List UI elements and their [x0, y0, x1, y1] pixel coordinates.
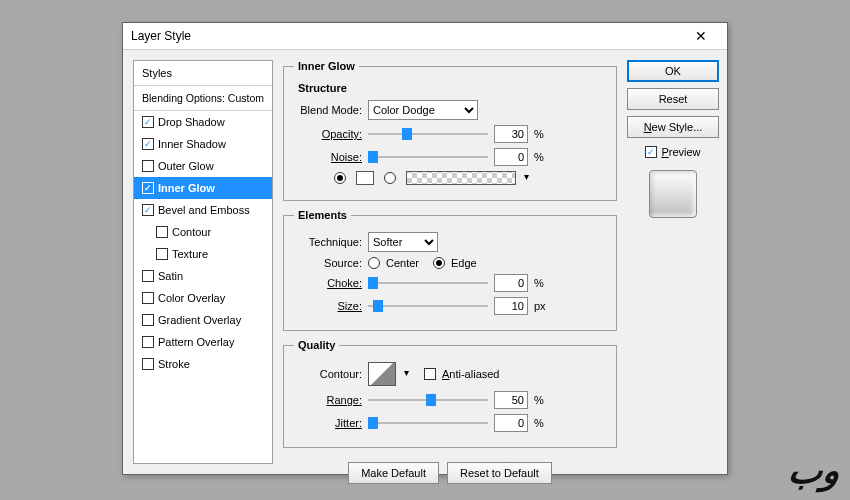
jitter-slider[interactable] [368, 416, 488, 430]
effect-label: Contour [172, 226, 211, 238]
effect-label: Color Overlay [158, 292, 225, 304]
close-button[interactable]: ✕ [683, 23, 719, 49]
effect-outer-glow[interactable]: Outer Glow [134, 155, 272, 177]
choke-input[interactable] [494, 274, 528, 292]
range-label[interactable]: Range: [294, 394, 362, 406]
size-label[interactable]: Size: [294, 300, 362, 312]
antialiased-checkbox[interactable] [424, 368, 436, 380]
effect-inner-shadow[interactable]: Inner Shadow [134, 133, 272, 155]
effect-satin[interactable]: Satin [134, 265, 272, 287]
effect-bevel-and-emboss[interactable]: Bevel and Emboss [134, 199, 272, 221]
effect-drop-shadow[interactable]: Drop Shadow [134, 111, 272, 133]
watermark-logo: وب [786, 450, 843, 492]
effect-label: Satin [158, 270, 183, 282]
layer-style-dialog: Layer Style ✕ Styles Blending Options: C… [122, 22, 728, 475]
quality-heading: Quality [294, 339, 339, 351]
effect-label: Stroke [158, 358, 190, 370]
effect-checkbox[interactable] [142, 138, 154, 150]
reset-default-button[interactable]: Reset to Default [447, 462, 552, 484]
opacity-label[interactable]: Opacity: [294, 128, 362, 140]
opacity-slider[interactable] [368, 127, 488, 141]
antialiased-label: Anti-aliased [442, 368, 499, 380]
size-slider[interactable] [368, 299, 488, 313]
titlebar: Layer Style ✕ [123, 23, 727, 50]
color-solid-radio[interactable] [334, 172, 346, 184]
choke-slider[interactable] [368, 276, 488, 290]
noise-label[interactable]: Noise: [294, 151, 362, 163]
effect-label: Drop Shadow [158, 116, 225, 128]
contour-picker[interactable] [368, 362, 396, 386]
source-center-radio[interactable] [368, 257, 380, 269]
structure-heading: Structure [298, 82, 606, 94]
quality-panel: Quality Contour: Anti-aliased Range: % J… [283, 339, 617, 448]
reset-button[interactable]: Reset [627, 88, 719, 110]
elements-heading: Elements [294, 209, 351, 221]
effect-checkbox[interactable] [142, 270, 154, 282]
effect-contour[interactable]: Contour [134, 221, 272, 243]
effect-checkbox[interactable] [142, 292, 154, 304]
source-edge-radio[interactable] [433, 257, 445, 269]
color-swatch[interactable] [356, 171, 374, 185]
effect-stroke[interactable]: Stroke [134, 353, 272, 375]
opacity-unit: % [534, 128, 544, 140]
elements-panel: Elements Technique: Softer Source: Cente… [283, 209, 617, 331]
color-gradient-radio[interactable] [384, 172, 396, 184]
contour-label: Contour: [294, 368, 362, 380]
choke-label[interactable]: Choke: [294, 277, 362, 289]
source-edge-label: Edge [451, 257, 477, 269]
panel-title: Inner Glow [294, 60, 359, 72]
opacity-input[interactable] [494, 125, 528, 143]
effect-checkbox[interactable] [142, 204, 154, 216]
effect-pattern-overlay[interactable]: Pattern Overlay [134, 331, 272, 353]
effect-checkbox[interactable] [142, 116, 154, 128]
preview-label: Preview [661, 146, 700, 158]
choke-unit: % [534, 277, 544, 289]
source-center-label: Center [386, 257, 419, 269]
effect-texture[interactable]: Texture [134, 243, 272, 265]
effect-color-overlay[interactable]: Color Overlay [134, 287, 272, 309]
technique-select[interactable]: Softer [368, 232, 438, 252]
blend-mode-select[interactable]: Color Dodge [368, 100, 478, 120]
noise-input[interactable] [494, 148, 528, 166]
effect-checkbox[interactable] [142, 160, 154, 172]
effect-label: Pattern Overlay [158, 336, 234, 348]
blend-mode-label: Blend Mode: [294, 104, 362, 116]
new-style-button[interactable]: New Style... [627, 116, 719, 138]
ok-button[interactable]: OK [627, 60, 719, 82]
blending-options[interactable]: Blending Options: Custom [134, 86, 272, 111]
make-default-button[interactable]: Make Default [348, 462, 439, 484]
jitter-unit: % [534, 417, 544, 429]
range-slider[interactable] [368, 393, 488, 407]
effect-checkbox[interactable] [142, 314, 154, 326]
gradient-picker[interactable] [406, 171, 516, 185]
range-input[interactable] [494, 391, 528, 409]
noise-slider[interactable] [368, 150, 488, 164]
range-unit: % [534, 394, 544, 406]
effect-inner-glow[interactable]: Inner Glow [134, 177, 272, 199]
effect-checkbox[interactable] [142, 182, 154, 194]
inner-glow-panel: Inner Glow Structure Blend Mode: Color D… [283, 60, 617, 201]
effect-checkbox[interactable] [156, 248, 168, 260]
effect-label: Inner Glow [158, 182, 215, 194]
technique-label: Technique: [294, 236, 362, 248]
preview-thumbnail [649, 170, 697, 218]
effect-label: Gradient Overlay [158, 314, 241, 326]
effect-label: Inner Shadow [158, 138, 226, 150]
preview-checkbox[interactable] [645, 146, 657, 158]
effect-checkbox[interactable] [142, 358, 154, 370]
jitter-input[interactable] [494, 414, 528, 432]
effect-checkbox[interactable] [142, 336, 154, 348]
effect-checkbox[interactable] [156, 226, 168, 238]
dialog-title: Layer Style [131, 29, 683, 43]
size-unit: px [534, 300, 546, 312]
effect-gradient-overlay[interactable]: Gradient Overlay [134, 309, 272, 331]
styles-header[interactable]: Styles [134, 61, 272, 86]
source-label: Source: [294, 257, 362, 269]
styles-list: Styles Blending Options: Custom Drop Sha… [133, 60, 273, 464]
effect-label: Bevel and Emboss [158, 204, 250, 216]
effect-label: Texture [172, 248, 208, 260]
size-input[interactable] [494, 297, 528, 315]
effect-label: Outer Glow [158, 160, 214, 172]
jitter-label[interactable]: Jitter: [294, 417, 362, 429]
noise-unit: % [534, 151, 544, 163]
